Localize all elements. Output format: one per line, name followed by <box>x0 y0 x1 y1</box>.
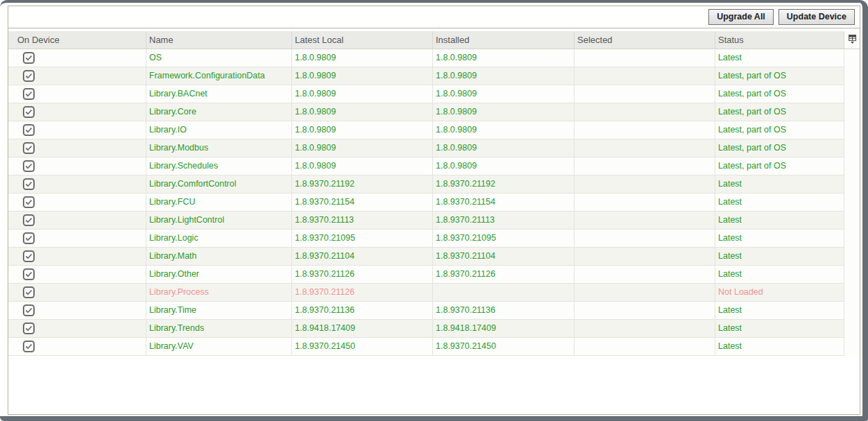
checkbox-checked-icon[interactable] <box>23 70 35 82</box>
table-row[interactable]: Library.VAV1.8.9370.214501.8.9370.21450L… <box>8 338 860 356</box>
name-cell: Library.IO <box>146 121 292 139</box>
checkbox-checked-icon[interactable] <box>23 232 35 244</box>
checkbox-checked-icon[interactable] <box>23 160 35 172</box>
column-header-latest-local[interactable]: Latest Local <box>292 31 433 49</box>
checkbox-checked-icon[interactable] <box>23 323 35 334</box>
column-header-status[interactable]: Status <box>715 31 844 49</box>
checkbox-checked-icon[interactable] <box>23 268 35 280</box>
on-device-cell <box>8 49 146 67</box>
checkbox-checked-icon[interactable] <box>23 250 35 262</box>
column-header-selected[interactable]: Selected <box>575 31 715 49</box>
application-window: Upgrade All Update Device On DeviceNameL… <box>0 0 868 421</box>
on-device-cell <box>8 212 146 230</box>
installed-cell: 1.8.0.9809 <box>433 49 575 67</box>
selected-cell <box>575 320 715 338</box>
checkbox-checked-icon[interactable] <box>23 341 35 352</box>
status-cell: Latest <box>715 266 844 284</box>
checkbox-checked-icon[interactable] <box>23 124 35 136</box>
column-header-name[interactable]: Name <box>146 31 292 49</box>
name-cell: Library.BACnet <box>146 85 292 103</box>
installed-cell: 1.8.9370.21104 <box>433 248 575 266</box>
on-device-cell <box>8 338 146 356</box>
name-cell: Library.Time <box>146 302 292 320</box>
upgrade-all-button[interactable]: Upgrade All <box>708 9 774 25</box>
checkbox-checked-icon[interactable] <box>23 52 35 64</box>
table-row[interactable]: Library.Trends1.8.9418.174091.8.9418.174… <box>8 320 860 338</box>
table-row[interactable]: Library.FCU1.8.9370.211541.8.9370.21154L… <box>8 194 860 212</box>
selected-cell <box>575 194 715 212</box>
table-row[interactable]: Library.Schedules1.8.0.98091.8.0.9809Lat… <box>8 157 860 175</box>
checkbox-checked-icon[interactable] <box>23 304 35 316</box>
on-device-cell <box>8 284 146 302</box>
table-row[interactable]: OS1.8.0.98091.8.0.9809Latest <box>8 49 860 67</box>
table-row[interactable]: Library.IO1.8.0.98091.8.0.9809Latest, pa… <box>8 121 860 139</box>
name-cell: Library.Other <box>146 266 292 284</box>
checkbox-checked-icon[interactable] <box>23 142 35 154</box>
installed-cell: 1.8.0.9809 <box>433 67 575 85</box>
table-row[interactable]: Library.Logic1.8.9370.210951.8.9370.2109… <box>8 230 860 248</box>
status-cell: Latest <box>715 302 844 320</box>
table-row[interactable]: Library.Process1.8.9370.21126Not Loaded <box>8 284 860 302</box>
selected-cell <box>575 266 715 284</box>
table-row[interactable]: Library.Modbus1.8.0.98091.8.0.9809Latest… <box>8 139 860 157</box>
update-device-button[interactable]: Update Device <box>778 9 855 25</box>
checkbox-checked-icon[interactable] <box>23 214 35 226</box>
status-cell: Latest <box>715 49 844 67</box>
column-header-on-device[interactable]: On Device <box>8 31 146 49</box>
name-cell: Library.Core <box>146 103 292 121</box>
table-row[interactable]: Library.Core1.8.0.98091.8.0.9809Latest, … <box>8 103 860 121</box>
checkbox-checked-icon[interactable] <box>23 88 35 100</box>
on-device-cell <box>8 67 146 85</box>
window-content: Upgrade All Update Device On DeviceNameL… <box>0 3 862 416</box>
installed-cell: 1.8.9418.17409 <box>433 320 575 338</box>
checkbox-checked-icon[interactable] <box>23 106 35 118</box>
checkbox-checked-icon[interactable] <box>23 178 35 190</box>
latest-local-cell: 1.8.9370.21192 <box>292 175 433 194</box>
installed-cell: 1.8.9370.21192 <box>433 175 575 194</box>
installed-cell: 1.8.0.9809 <box>433 157 575 175</box>
status-cell: Not Loaded <box>715 284 844 302</box>
on-device-cell <box>8 85 146 103</box>
name-cell: Library.Trends <box>146 320 292 338</box>
table-row[interactable]: Library.Other1.8.9370.211261.8.9370.2112… <box>8 266 860 284</box>
on-device-cell <box>8 302 146 320</box>
table-row[interactable]: Library.ComfortControl1.8.9370.211921.8.… <box>8 175 860 194</box>
selected-cell <box>575 85 715 103</box>
installed-cell: 1.8.9370.21154 <box>433 194 575 212</box>
table-row[interactable]: Framework.ConfigurationData1.8.0.98091.8… <box>8 67 860 85</box>
checkbox-checked-icon[interactable] <box>23 196 35 208</box>
status-cell: Latest <box>715 194 844 212</box>
installed-cell: 1.8.0.9809 <box>433 121 575 139</box>
latest-local-cell: 1.8.0.9809 <box>292 67 433 85</box>
latest-local-cell: 1.8.9370.21450 <box>292 338 433 356</box>
table-row[interactable]: Library.BACnet1.8.0.98091.8.0.9809Latest… <box>8 85 860 103</box>
column-header-installed[interactable]: Installed <box>433 31 575 49</box>
on-device-cell <box>8 194 146 212</box>
checkbox-checked-icon[interactable] <box>23 286 35 298</box>
installed-cell: 1.8.9370.21126 <box>433 266 575 284</box>
table-row[interactable]: Library.LightControl1.8.9370.211131.8.93… <box>8 212 860 230</box>
table-row[interactable]: Library.Time1.8.9370.211361.8.9370.21136… <box>8 302 860 320</box>
status-cell: Latest, part of OS <box>715 103 844 121</box>
latest-local-cell: 1.8.0.9809 <box>292 49 433 67</box>
latest-local-cell: 1.8.9370.21126 <box>292 284 433 302</box>
latest-local-cell: 1.8.9370.21113 <box>292 212 433 230</box>
installed-cell: 1.8.0.9809 <box>433 103 575 121</box>
latest-local-cell: 1.8.9370.21126 <box>292 266 433 284</box>
name-cell: OS <box>146 49 292 67</box>
status-cell: Latest, part of OS <box>715 121 844 139</box>
selected-cell <box>575 212 715 230</box>
installed-cell <box>433 284 575 302</box>
installed-cell: 1.8.9370.21113 <box>433 212 575 230</box>
latest-local-cell: 1.8.9370.21136 <box>292 302 433 320</box>
table-header-row: On DeviceNameLatest LocalInstalledSelect… <box>8 31 860 49</box>
selected-cell <box>575 302 715 320</box>
on-device-cell <box>8 175 146 194</box>
column-chooser-icon[interactable] <box>848 34 857 46</box>
selected-cell <box>575 67 715 85</box>
name-cell: Library.VAV <box>146 338 292 356</box>
selected-cell <box>575 103 715 121</box>
status-cell: Latest <box>715 320 844 338</box>
table-row[interactable]: Library.Math1.8.9370.211041.8.9370.21104… <box>8 248 860 266</box>
name-cell: Library.ComfortControl <box>146 175 292 194</box>
